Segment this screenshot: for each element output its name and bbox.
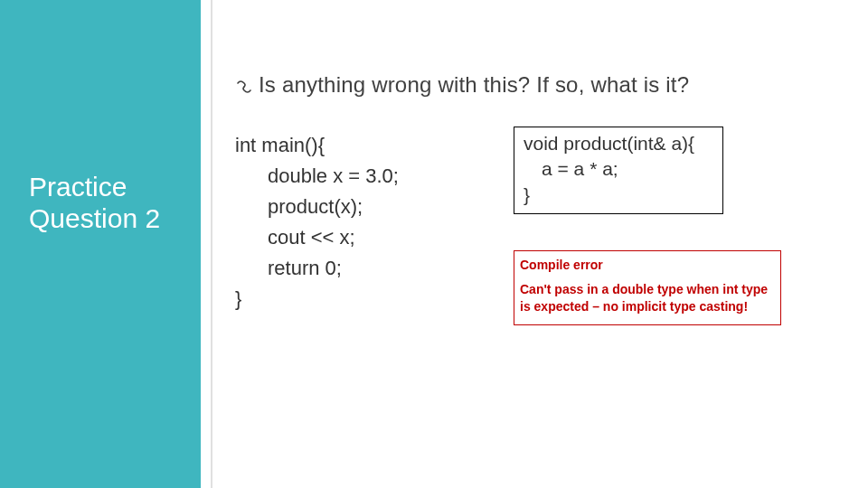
code-line: a = a * a; <box>524 156 713 182</box>
code-line: void product(int& a){ <box>524 131 713 156</box>
code-line: double x = 3.0; <box>235 161 488 192</box>
code-line: return 0; <box>235 253 488 284</box>
code-line: } <box>235 284 488 314</box>
code-line: int main(){ <box>235 130 488 161</box>
answer-line2: Can't pass in a double type when int typ… <box>520 281 773 315</box>
code-line: cout << x; <box>235 222 488 253</box>
main-code-block: int main(){ double x = 3.0; product(x); … <box>235 130 488 315</box>
question-line: Is anything wrong with this? If so, what… <box>235 72 841 98</box>
question-text: Is anything wrong with this? If so, what… <box>259 72 689 97</box>
slide-title: Practice Question 2 <box>29 172 183 234</box>
sidebar-stripe <box>201 0 212 488</box>
code-line: product(x); <box>235 192 488 222</box>
function-code-box: void product(int& a){ a = a * a; } <box>514 127 723 214</box>
sidebar <box>0 0 201 488</box>
code-line: } <box>524 183 713 208</box>
right-column: void product(int& a){ a = a * a; } Compi… <box>514 127 841 325</box>
link-bullet-icon <box>235 80 253 93</box>
answer-box: Compile error Can't pass in a double typ… <box>514 250 781 325</box>
content-area: Is anything wrong with this? If so, what… <box>235 72 841 325</box>
slide: Practice Question 2 Is anything wrong wi… <box>0 0 868 488</box>
slide-title-line2: Question 2 <box>29 203 183 235</box>
answer-line1: Compile error <box>520 257 773 274</box>
code-area: int main(){ double x = 3.0; product(x); … <box>235 130 841 325</box>
slide-title-line1: Practice <box>29 172 183 203</box>
